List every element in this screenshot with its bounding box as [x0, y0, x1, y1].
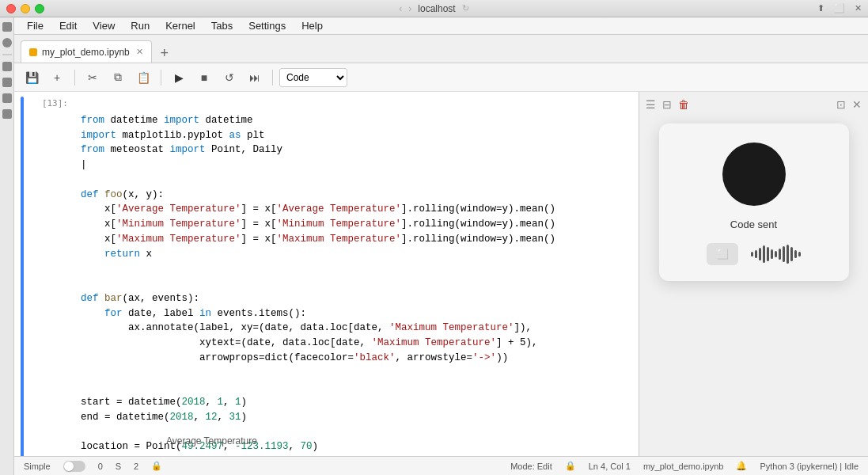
menu-tabs[interactable]: Tabs [205, 19, 239, 32]
menu-edit[interactable]: Edit [53, 19, 83, 32]
separator [2, 54, 12, 55]
notebook-area: [13]: from datetime import datetime impo… [14, 92, 639, 456]
monitor-btn[interactable]: ⬜ [707, 243, 738, 265]
minimize-button[interactable] [21, 4, 30, 13]
wave-bar-8 [779, 249, 781, 260]
close-btn[interactable]: ✕ [855, 3, 862, 13]
wave-bar-13 [798, 252, 801, 256]
sep2 [161, 70, 161, 86]
wave-bar-7 [775, 251, 777, 257]
cell-number: [13]: [27, 95, 74, 456]
monitor-icon: ⬜ [717, 249, 729, 260]
dialog-title: Code sent [730, 218, 777, 230]
restart-btn[interactable]: ↺ [218, 67, 241, 88]
dialog-actions: ⬜ [707, 243, 801, 265]
cell-code[interactable]: from datetime import datetime import mat… [74, 95, 639, 456]
page-title: localhost [418, 3, 455, 14]
wave-bar-2 [755, 250, 757, 258]
dialog-box: Code sent ⬜ [659, 124, 849, 281]
maximize-button[interactable] [35, 4, 44, 13]
close-button[interactable] [6, 4, 16, 13]
panel-icon-3[interactable]: ☰ [646, 98, 656, 111]
wave-bar-4 [763, 245, 765, 263]
save-btn[interactable]: 💾 [21, 67, 43, 88]
traffic-lights [6, 4, 44, 13]
panel-delete-icon[interactable]: 🗑 [678, 98, 689, 111]
cursor-position: Ln 4, Col 1 [589, 462, 631, 471]
annotation-text: Average Temperature [166, 435, 257, 446]
newwindow-btn[interactable]: ⬜ [834, 3, 845, 13]
status-2: 2 [134, 462, 138, 471]
mode-toggle[interactable] [63, 461, 85, 472]
panel-icon-1[interactable]: ⊡ [836, 98, 846, 111]
toggle-knob [64, 462, 74, 471]
tab-notebook[interactable]: my_plot_demo.ipynb ✕ [21, 40, 152, 63]
sep3 [272, 70, 273, 86]
share-btn[interactable]: ⬆ [817, 3, 824, 13]
waveform [751, 243, 801, 265]
wave-bar-9 [783, 246, 785, 262]
notebook-filename: my_plot_demo.ipynb [643, 462, 724, 471]
bell-icon: 🔔 [736, 461, 747, 471]
menu-bar: File Edit View Run Kernel Tabs Settings … [14, 17, 868, 35]
active-cell-indicator [21, 97, 24, 456]
reload-icon[interactable]: ↻ [462, 3, 469, 13]
wave-bar-3 [759, 248, 761, 260]
tab-close-btn[interactable]: ✕ [136, 47, 143, 57]
app-icon-1[interactable] [2, 22, 12, 32]
lock-icon: 🔒 [565, 461, 576, 471]
app-icon-3[interactable] [2, 62, 12, 71]
menu-view[interactable]: View [86, 19, 121, 32]
content-area: [13]: from datetime import datetime impo… [14, 92, 868, 456]
wave-bar-12 [794, 250, 797, 258]
app-icon-6[interactable] [2, 109, 12, 119]
menu-run[interactable]: Run [124, 19, 156, 32]
wave-bar-11 [790, 247, 793, 261]
title-bar: ‹ › localhost ↻ ⬆ ⬜ ✕ [0, 0, 868, 17]
copy-btn[interactable]: ⧉ [107, 67, 129, 88]
panel-icon-2[interactable]: ✕ [852, 98, 862, 111]
menu-settings[interactable]: Settings [242, 19, 292, 32]
add-cell-btn[interactable]: + [46, 67, 68, 88]
app-icon-2[interactable] [2, 38, 12, 48]
stop-btn[interactable]: ■ [193, 67, 215, 88]
mode-edit-label: Mode: Edit [510, 462, 552, 471]
app-icon-4[interactable] [2, 78, 12, 87]
menu-file[interactable]: File [21, 19, 50, 32]
right-panel: ⊡ ✕ ☰ ⊟ 🗑 Code sent ⬜ [639, 92, 868, 456]
cut-btn[interactable]: ✂ [81, 67, 104, 88]
status-lock-icon: 🔒 [151, 461, 162, 471]
toolbar: 💾 + ✂ ⧉ 📋 ▶ ■ ↺ ⏭ Code Markdown Raw [14, 63, 868, 92]
tab-indicator [29, 48, 37, 56]
status-s: S [116, 462, 121, 471]
window-title: ‹ › localhost ↻ [399, 3, 468, 14]
menu-help[interactable]: Help [295, 19, 329, 32]
paste-btn[interactable]: 📋 [132, 67, 154, 88]
mode-label: Simple [24, 462, 51, 471]
cell-count: 0 [98, 462, 103, 471]
panel-left-actions: ☰ ⊟ 🗑 [646, 98, 689, 111]
sep1 [74, 70, 75, 86]
cell-container: [13]: from datetime import datetime impo… [14, 92, 639, 456]
wave-bar-10 [787, 245, 789, 264]
cell-type-select[interactable]: Code Markdown Raw [279, 68, 347, 87]
status-right: Mode: Edit 🔒 Ln 4, Col 1 my_plot_demo.ip… [510, 461, 859, 471]
wave-bar-5 [767, 247, 769, 261]
panel-actions: ⊡ ✕ [836, 98, 862, 111]
panel-icon-4[interactable]: ⊟ [662, 98, 672, 111]
tab-label: my_plot_demo.ipynb [42, 47, 130, 58]
app-sidebar [0, 17, 14, 475]
tab-bar: my_plot_demo.ipynb ✕ + [14, 35, 868, 63]
run-btn[interactable]: ▶ [168, 67, 190, 88]
wave-bar-1 [751, 252, 753, 256]
app-icon-5[interactable] [2, 93, 12, 103]
restart-run-btn[interactable]: ⏭ [244, 67, 266, 88]
wave-bar-6 [771, 249, 773, 259]
menu-kernel[interactable]: Kernel [159, 19, 202, 32]
dialog-avatar [722, 142, 786, 206]
python-info: Python 3 (ipykernel) | Idle [760, 462, 859, 471]
tab-add-btn[interactable]: + [155, 44, 174, 63]
nav-forward[interactable]: › [408, 3, 411, 14]
status-bar: Simple 0 S 2 🔒 Mode: Edit 🔒 Ln 4, Col 1 … [14, 456, 868, 475]
nav-back[interactable]: ‹ [399, 3, 402, 14]
